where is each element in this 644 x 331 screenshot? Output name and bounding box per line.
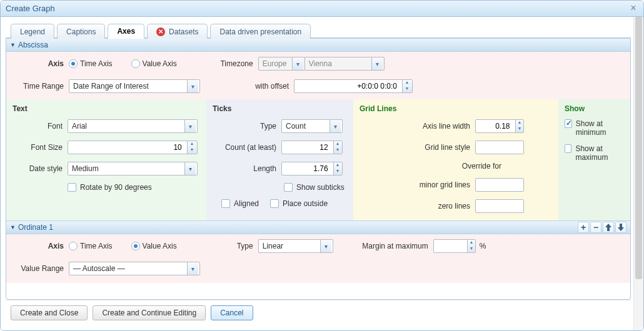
- chevron-down-icon: ▾: [330, 120, 341, 132]
- font-select[interactable]: Arial ▾: [68, 119, 198, 133]
- rotate-checkbox[interactable]: [68, 183, 76, 192]
- close-icon[interactable]: ×: [628, 4, 638, 14]
- chevron-down-icon: ▾: [292, 57, 303, 70]
- chevron-down-icon: ▾: [320, 240, 331, 252]
- timezone-label: Timezone: [214, 59, 258, 68]
- grid-lines-panel: Grid Lines Axis line width ▴▾ Grid line …: [353, 99, 558, 220]
- axes-tab-strip: Legend Captions Axes ✕ Datasets Data dri…: [6, 22, 631, 38]
- margin-max-input[interactable]: ▴▾: [433, 239, 476, 253]
- tab-datasets[interactable]: ✕ Datasets: [147, 24, 208, 39]
- show-panel: Show Show at minimum Show at maximum: [558, 99, 630, 220]
- chevron-down-icon: ▾: [371, 57, 383, 70]
- date-style-select[interactable]: Medium ▾: [68, 162, 198, 175]
- chevron-down-icon: ▾: [184, 162, 196, 175]
- ord-radio-value-axis[interactable]: [131, 242, 140, 250]
- ord-type-select[interactable]: Linear ▾: [258, 239, 333, 253]
- with-offset-label: with offset: [200, 82, 294, 91]
- minor-grid-lines-input[interactable]: [475, 178, 524, 192]
- tab-data-driven-presentation[interactable]: Data driven presentation: [210, 24, 311, 39]
- create-and-continue-button[interactable]: Create and Continue Editing: [93, 305, 206, 320]
- radio-time-axis[interactable]: [69, 59, 78, 68]
- ord-axis-label: Axis: [13, 242, 69, 250]
- move-down-button[interactable]: [615, 222, 626, 233]
- timezone-region-select[interactable]: Europe ▾: [258, 57, 305, 71]
- show-at-maximum-checkbox[interactable]: [565, 144, 571, 153]
- radio-value-axis[interactable]: [131, 59, 140, 68]
- create-and-close-button[interactable]: Create and Close: [11, 305, 88, 320]
- tab-axes[interactable]: Axes: [108, 24, 144, 39]
- show-at-minimum-checkbox[interactable]: [565, 119, 572, 128]
- arrow-down-icon: [618, 224, 624, 231]
- ord-radio-time-axis[interactable]: [69, 242, 78, 250]
- tick-count-input[interactable]: ▴▾: [281, 141, 343, 154]
- caret-down-icon: ▼: [10, 42, 16, 48]
- vertical-scrollbar[interactable]: [633, 17, 643, 330]
- chevron-down-icon: ▾: [184, 120, 196, 132]
- zero-lines-input[interactable]: [475, 199, 524, 213]
- error-icon: ✕: [156, 27, 165, 36]
- spinner-icon[interactable]: ▴▾: [515, 120, 524, 132]
- show-subticks-checkbox[interactable]: [284, 183, 293, 192]
- value-range-select[interactable]: — Autoscale — ▾: [69, 262, 200, 275]
- chevron-down-icon: ▾: [187, 80, 198, 92]
- ordinate-header[interactable]: ▼ Ordinate 1 + −: [6, 220, 630, 234]
- spinner-icon[interactable]: ▴▾: [467, 240, 475, 252]
- titlebar[interactable]: Create Graph ×: [1, 1, 643, 17]
- move-up-button[interactable]: [603, 222, 614, 233]
- spinner-icon[interactable]: ▴▾: [187, 141, 197, 154]
- spinner-icon[interactable]: ▴▾: [333, 162, 342, 175]
- tab-legend[interactable]: Legend: [11, 24, 54, 39]
- axis-line-width-input[interactable]: ▴▾: [475, 119, 524, 133]
- grid-line-style-input[interactable]: [475, 141, 524, 154]
- value-range-label: Value Range: [13, 264, 69, 273]
- abscissa-header[interactable]: ▼ Abscissa: [6, 38, 630, 52]
- tick-length-input[interactable]: ▴▾: [281, 162, 343, 175]
- time-range-select[interactable]: Date Range of Interest ▾: [69, 79, 200, 93]
- spinner-icon[interactable]: ▴▾: [402, 80, 412, 92]
- font-size-input[interactable]: ▴▾: [68, 141, 198, 154]
- offset-input[interactable]: ▴▾: [294, 79, 413, 93]
- caret-down-icon: ▼: [10, 224, 16, 230]
- tick-type-select[interactable]: Count ▾: [281, 119, 343, 133]
- scrollbar-thumb[interactable]: [635, 17, 642, 279]
- aligned-checkbox[interactable]: [221, 199, 230, 208]
- abscissa-title: Abscissa: [18, 41, 48, 49]
- ticks-panel: Ticks Type Count ▾ Count (at least): [206, 99, 353, 220]
- timezone-city-select[interactable]: Vienna ▾: [304, 57, 385, 71]
- arrow-up-icon: [605, 224, 611, 231]
- text-panel: Text Font Arial ▾ Font Size: [6, 99, 206, 220]
- dialog-footer: Create and Close Create and Continue Edi…: [6, 300, 631, 325]
- ordinate-title: Ordinate 1: [18, 223, 53, 232]
- window-title: Create Graph: [6, 4, 628, 13]
- add-button[interactable]: +: [578, 222, 589, 233]
- time-range-label: Time Range: [13, 82, 69, 91]
- tab-captions[interactable]: Captions: [57, 24, 105, 39]
- spinner-icon[interactable]: ▴▾: [333, 141, 342, 154]
- remove-button[interactable]: −: [590, 222, 601, 233]
- cancel-button[interactable]: Cancel: [211, 305, 253, 320]
- create-graph-dialog: Create Graph × Legend Captions Axes ✕ Da…: [0, 0, 644, 331]
- place-outside-checkbox[interactable]: [270, 199, 279, 208]
- chevron-down-icon: ▾: [187, 262, 198, 275]
- axis-label: Axis: [13, 59, 69, 68]
